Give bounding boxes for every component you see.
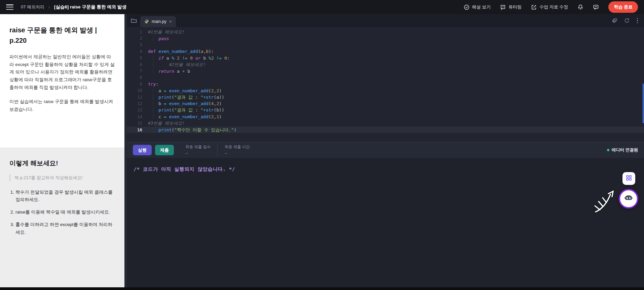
try-step: 홀수를 더하려고 하면 except를 이용하여 처리하세요.	[15, 221, 115, 236]
code-line[interactable]: 8	[127, 74, 644, 81]
ai-helper-button[interactable]	[619, 189, 638, 208]
solution-view-button[interactable]: 해설 보기	[464, 4, 491, 10]
code-line[interactable]: 7 return a + b	[127, 68, 644, 74]
breadcrumb-separator: ›	[48, 4, 50, 10]
code-text: try:	[142, 82, 644, 87]
folder-icon[interactable]	[131, 18, 137, 23]
lesson-title: raise 구문을 통한 예외 발생 | p.220	[9, 25, 115, 46]
notification-bell-icon[interactable]	[577, 4, 583, 10]
end-learning-button[interactable]: 학습 종료	[608, 1, 638, 13]
last-time-stat: 최종 제출 시간 --	[217, 143, 256, 157]
code-text: def even_number_add(a,b):	[142, 49, 644, 54]
line-number: 1	[127, 30, 142, 34]
line-number: 15	[127, 121, 142, 126]
line-number: 13	[127, 108, 142, 112]
tutoring-label: 튜터링	[508, 4, 522, 10]
run-button[interactable]: 실행	[133, 145, 152, 155]
code-line[interactable]: 13 print("결과 값 : "+str(b))	[127, 107, 644, 114]
code-line[interactable]: 16 print("짝수만 더할 수 있습니다.")	[127, 127, 644, 133]
try-steps: 짝수가 전달되었을 경우 발생시킬 예외 클래스를 정의하세요.raise를 이…	[9, 189, 115, 236]
editor-tabbar: main.py ×	[127, 14, 644, 27]
topbar-actions: 해설 보기 튜터링 수업 자료 수정	[464, 1, 638, 13]
console-message: /* 코드가 아직 실행되지 않았습니다. */	[134, 166, 637, 172]
bottom-strip	[0, 287, 644, 290]
lesson-paragraph: 파이썬에서 제공하는 일반적인 에러들은 상황에 따라 except 구문만 활…	[9, 53, 115, 91]
code-line[interactable]: 12 b = even_number_add(4,2)	[127, 100, 644, 107]
tab-main-py[interactable]: main.py ×	[140, 16, 176, 27]
code-line[interactable]: 15#3번을 해보세요!	[127, 120, 644, 126]
editor-connection-status: 에디터 연결됨	[607, 147, 638, 153]
code-line[interactable]: 14 c = even_number_add(2,1)	[127, 114, 644, 120]
paperclip-icon[interactable]	[612, 18, 617, 23]
edit-material-button[interactable]: 수업 자료 수정	[531, 4, 568, 10]
code-text: pass	[142, 36, 644, 41]
kebab-menu-icon[interactable]	[636, 17, 639, 24]
breadcrumb-page-title: [실습6] raise 구문을 통한 예외 발생	[54, 4, 126, 10]
breadcrumb-section[interactable]: 07 예외처리	[21, 4, 44, 10]
try-step: 짝수가 전달되었을 경우 발생시킬 예외 클래스를 정의하세요.	[15, 189, 115, 204]
line-number: 16	[127, 128, 142, 132]
code-text: #1번을 해보세요!	[142, 29, 644, 35]
line-number: 3	[127, 42, 142, 47]
lesson-description-section: raise 구문을 통한 예외 발생 | p.220 파이썬에서 제공하는 일반…	[0, 14, 124, 148]
tab-label: main.py	[152, 19, 166, 24]
code-line[interactable]: 10 a = even_number_add(2,2)	[127, 88, 644, 94]
editor-toolbar	[612, 17, 639, 24]
line-number: 2	[127, 36, 142, 41]
lesson-sidebar: raise 구문을 통한 예외 발생 | p.220 파이썬에서 제공하는 일반…	[0, 14, 124, 287]
code-text: c = even_number_add(2,1)	[142, 114, 644, 119]
last-score-stat: 최종 제출 점수 --	[179, 143, 217, 157]
code-text: #2번을 해보세요!	[142, 62, 644, 68]
lesson-paragraph: 이번 실습에서는 raise 구문을 통해 예외를 발생시켜 보겠습니다.	[9, 98, 115, 113]
code-line[interactable]: 3	[127, 42, 644, 48]
line-number: 5	[127, 56, 142, 60]
try-it-quote: 책 p.217를 참고하여 작성해보세요!	[9, 174, 115, 181]
menu-icon[interactable]	[6, 4, 13, 10]
last-time-label: 최종 제출 시간	[224, 144, 250, 150]
code-text: print("결과 값 : "+str(a))	[142, 94, 644, 100]
line-number: 6	[127, 62, 142, 67]
sync-icon[interactable]	[624, 18, 630, 23]
code-text: #3번을 해보세요!	[142, 120, 644, 126]
tutoring-button[interactable]: 튜터링	[500, 4, 522, 10]
code-line[interactable]: 2 pass	[127, 35, 644, 41]
grid-apps-button[interactable]	[622, 172, 635, 185]
editor-column: main.py × 1#1	[124, 14, 644, 287]
ai-helper-icon	[623, 193, 634, 204]
tab-close-icon[interactable]: ×	[169, 19, 172, 24]
code-editor[interactable]: 1#1번을 해보세요!2 pass34def even_number_add(a…	[127, 27, 644, 142]
code-line[interactable]: 4def even_number_add(a,b):	[127, 48, 644, 55]
status-dot-icon	[607, 149, 609, 151]
line-number: 7	[127, 69, 142, 73]
try-it-title: 이렇게 해보세요!	[9, 159, 115, 168]
code-text: print("결과 값 : "+str(b))	[142, 107, 644, 113]
code-text: b = even_number_add(4,2)	[142, 101, 644, 106]
code-line[interactable]: 9try:	[127, 81, 644, 87]
code-text: print("짝수만 더할 수 있습니다.")	[142, 127, 644, 133]
line-number: 9	[127, 82, 142, 87]
status-label: 에디터 연결됨	[612, 147, 638, 153]
chat-pencil-icon	[500, 4, 506, 10]
app-window: 07 예외처리 › [실습6] raise 구문을 통한 예외 발생 해설 보기…	[0, 0, 644, 290]
comment-icon[interactable]	[593, 4, 599, 10]
last-score-label: 최종 제출 점수	[185, 144, 211, 150]
main-row: raise 구문을 통한 예외 발생 | p.220 파이썬에서 제공하는 일반…	[0, 14, 644, 287]
topbar: 07 예외처리 › [실습6] raise 구문을 통한 예외 발생 해설 보기…	[0, 0, 644, 14]
code-line[interactable]: 5 if a % 2 != 0 or b %2 != 0:	[127, 55, 644, 61]
code-text: if a % 2 != 0 or b %2 != 0:	[142, 56, 644, 61]
code-text: a = even_number_add(2,2)	[142, 88, 644, 93]
solution-view-label: 해설 보기	[472, 4, 491, 10]
try-step: raise를 이용해 짝수일 때 예외를 발생시키세요.	[15, 208, 115, 216]
code-line[interactable]: 6 #2번을 해보세요!	[127, 61, 644, 68]
last-score-value: --	[185, 151, 211, 156]
check-circle-icon	[464, 4, 469, 10]
code-lines: 1#1번을 해보세요!2 pass34def even_number_add(a…	[127, 29, 644, 133]
line-number: 8	[127, 75, 142, 80]
submit-button[interactable]: 제출	[155, 145, 174, 155]
code-line[interactable]: 1#1번을 해보세요!	[127, 29, 644, 35]
code-line[interactable]: 11 print("결과 값 : "+str(a))	[127, 94, 644, 100]
scrollbar-thumb[interactable]	[643, 84, 644, 123]
last-time-value: --	[224, 151, 250, 156]
code-text: return a + b	[142, 69, 644, 74]
grid-apps-icon	[626, 175, 632, 182]
